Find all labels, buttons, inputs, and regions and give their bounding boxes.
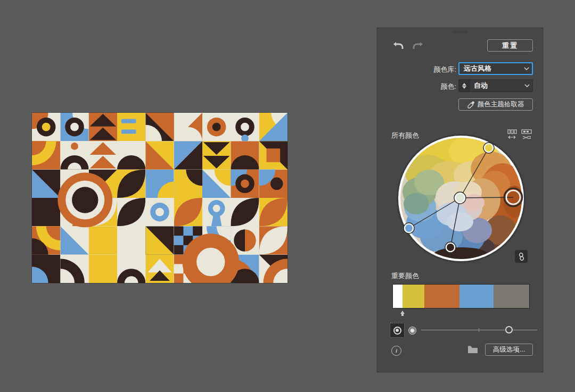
eyedropper-icon — [467, 101, 475, 109]
prominent-colors-label: 重要颜色 — [391, 271, 419, 281]
segmented-wheel-toggle[interactable] — [390, 323, 405, 338]
advanced-options-button[interactable]: 高级选项... — [485, 344, 533, 356]
color-library-label: 颜色库: — [377, 65, 456, 74]
recolor-artwork-panel: weiiujia 重置 颜色库: 远古风格 颜色: 自动 — [377, 28, 543, 372]
chevron-down-icon — [522, 84, 532, 87]
slider-track[interactable] — [421, 330, 537, 330]
slider-center-tick — [479, 328, 479, 332]
prominent-color-segment[interactable] — [424, 285, 460, 308]
link-harmony-colors-button[interactable] — [515, 250, 528, 263]
soft-dot-icon — [408, 327, 416, 335]
undo-button[interactable] — [391, 40, 406, 53]
prominent-color-segment[interactable] — [494, 285, 529, 308]
undo-icon — [392, 40, 405, 51]
color-library-value: 远古风格 — [459, 64, 521, 73]
chevron-down-icon — [521, 67, 532, 70]
color-stop-pin[interactable] — [399, 309, 406, 315]
color-library-dropdown[interactable]: 远古风格 — [458, 62, 533, 75]
smooth-wheel-toggle[interactable] — [405, 323, 420, 338]
color-theme-picker-label: 颜色主题拾取器 — [478, 100, 524, 109]
colors-dropdown[interactable]: 自动 — [458, 79, 533, 92]
prominent-colors-bar[interactable] — [392, 284, 530, 308]
colors-label: 颜色: — [377, 82, 456, 91]
crisp-dot-icon — [393, 327, 401, 335]
prominent-color-segment[interactable] — [402, 285, 424, 308]
prominent-color-segment[interactable] — [459, 285, 494, 308]
link-icon — [518, 253, 525, 261]
prominent-color-segment[interactable] — [393, 285, 402, 308]
redo-button[interactable] — [410, 40, 425, 53]
artwork-image[interactable] — [32, 113, 288, 283]
color-theme-picker-button[interactable]: 颜色主题拾取器 — [458, 98, 533, 111]
redo-icon — [412, 40, 424, 51]
folder-icon — [467, 345, 478, 354]
slider-knob[interactable] — [505, 326, 513, 333]
open-library-button[interactable] — [467, 345, 478, 355]
reset-button[interactable]: 重置 — [487, 39, 533, 52]
colors-value: 自动 — [470, 81, 522, 90]
application-canvas: weiiujia 重置 颜色库: 远古风格 颜色: 自动 — [0, 0, 575, 392]
color-variation-slider[interactable] — [420, 324, 538, 337]
color-wheel[interactable] — [396, 134, 526, 263]
wheel-display-toggle-group — [390, 323, 420, 338]
info-button[interactable]: i — [391, 346, 401, 356]
watermark-text: weiiujia — [377, 30, 543, 34]
colors-stepper[interactable] — [459, 80, 470, 91]
